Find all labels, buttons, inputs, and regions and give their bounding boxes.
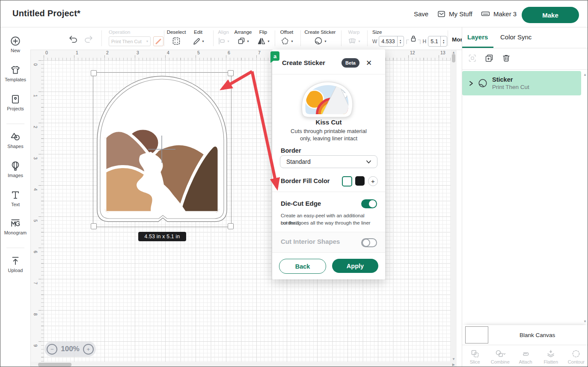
undo-button[interactable] [68,35,78,43]
flatten-button[interactable]: Flatten [538,345,564,367]
attach-button[interactable]: Attach [513,345,538,367]
plus-icon: + [371,178,375,185]
print-color-swatch[interactable] [153,36,163,46]
sidebar-item-images[interactable]: Images [0,160,30,178]
flip-label: Flip [256,30,270,35]
height-input[interactable]: 5.1 ▴ ▾ [428,36,447,47]
dialog-divider [272,252,385,253]
selection-handle-bottom-left[interactable] [91,223,97,229]
edit-button[interactable]: Edit ▾ [190,30,207,46]
layer-row-sticker[interactable]: Sticker Print Then Cut [462,71,581,95]
close-icon[interactable]: ✕ [365,58,373,68]
layer-actions-bar: Slice Combine Attach Flatten [462,345,588,367]
sidebar-item-new[interactable]: New [0,36,30,53]
border-fill-white-swatch[interactable] [342,176,352,186]
warp-icon [347,36,357,46]
border-fill-black-swatch[interactable] [355,176,365,186]
scroll-right-icon[interactable]: ▶ [452,363,455,367]
save-button[interactable]: Save [414,0,428,27]
selection-handle-top-left[interactable] [91,70,97,76]
scroll-down-icon[interactable]: ▼ [452,357,455,361]
h-ruler-number: 4 [167,50,169,55]
selection-handle-top-right[interactable] [228,70,234,76]
my-stuff-button[interactable]: My Stuff [437,0,472,27]
sidebar-item-shapes[interactable]: Shapes [0,131,30,149]
dialog-divider [272,192,385,192]
chevron-down-icon: ▾ [227,39,229,43]
layer-name: Sticker [492,76,529,83]
machine-select-button[interactable]: Maker 3 [481,0,517,27]
sidebar-item-text[interactable]: Text [0,189,30,207]
contour-button[interactable]: Contour [564,345,588,367]
design-canvas[interactable]: 012345678910111213 0123456789 [30,50,457,367]
flip-button[interactable]: Flip ▾ [256,30,270,46]
chevron-right-icon[interactable] [468,80,474,87]
monogram-icon [9,218,21,229]
operation-label: Operation [109,30,163,35]
duplicate-button[interactable] [484,53,494,63]
select-all-button[interactable] [468,53,477,63]
deselect-button[interactable]: Deselect [165,30,187,46]
horizontal-ruler: 012345678910111213 [44,50,451,61]
sidebar-item-upload[interactable]: Upload [0,255,30,273]
vertical-scrollbar[interactable]: ▲ ▼ [451,50,457,362]
make-button[interactable]: Make [522,7,579,23]
horizontal-scrollbar-thumb[interactable] [38,363,71,367]
stepper-down-icon[interactable]: ▾ [400,41,401,44]
size-lock-icon[interactable] [406,34,421,45]
selection-handle-bottom-right[interactable] [228,223,234,229]
sidebar-item-projects[interactable]: Projects [0,94,30,111]
redo-button[interactable] [83,35,94,43]
contour-icon [571,349,581,358]
zoom-control: − 100% + [45,341,96,357]
width-value: 4.533 [379,36,397,46]
v-ruler-number: 1 [33,93,38,98]
stepper-down-icon[interactable]: ▾ [443,41,444,44]
align-button[interactable]: Align ▾ [214,30,232,46]
slice-icon [470,349,480,358]
die-cut-edge-toggle[interactable] [361,199,377,208]
create-sticker-button[interactable]: Create Sticker ▾ [303,30,337,46]
combine-button[interactable]: Combine [487,345,513,367]
back-button[interactable]: Back [279,259,326,274]
sidebar-item-monogram[interactable]: Monogram [0,218,30,235]
cut-interior-shapes-toggle[interactable] [361,238,377,247]
apply-button[interactable]: Apply [332,259,378,273]
selection-box[interactable] [93,72,232,227]
sidebar-item-label: New [0,48,30,53]
horizontal-scrollbar[interactable]: ▶ [30,362,457,367]
minus-icon: − [50,346,54,352]
layers-scroll-down-icon[interactable]: ▼ [583,320,587,323]
tab-color-sync[interactable]: Color Sync [500,33,532,41]
add-color-button[interactable]: + [368,176,378,186]
operation-dropdown[interactable]: Print Then Cut ▾ [109,36,151,46]
trash-icon [502,53,511,63]
sidebar-item-templates[interactable]: Templates [0,65,30,82]
width-stepper[interactable]: ▴ ▾ [397,36,404,46]
blank-canvas-row[interactable]: Blank Canvas [462,325,588,345]
vertical-scrollbar-thumb[interactable] [452,54,455,62]
attach-icon [521,349,530,358]
slice-button[interactable]: Slice [462,345,487,367]
arrange-button[interactable]: Arrange ▾ [232,30,254,46]
border-dropdown[interactable]: Standard [280,155,377,168]
zoom-out-button[interactable]: − [47,344,57,355]
layers-panel: Layers Color Sync [462,27,588,367]
layers-scroll-up-icon[interactable]: ▲ [583,73,587,77]
chevron-down-icon: ▾ [267,39,269,43]
delete-layer-button[interactable] [502,53,511,63]
offset-button[interactable]: Offset ▾ [277,30,297,46]
chevron-down-icon: ▾ [291,39,293,43]
width-label: W [372,38,377,44]
width-input[interactable]: 4.533 ▴ ▾ [379,36,404,47]
height-stepper[interactable]: ▴ ▾ [440,36,447,46]
zoom-in-button[interactable]: + [83,344,94,355]
warp-button[interactable]: Warp ▾ [344,30,363,46]
panel-divider [462,69,588,70]
blank-canvas-swatch[interactable] [465,326,488,343]
dialog-divider [272,74,385,74]
tab-layers[interactable]: Layers [467,33,488,41]
deselect-label: Deselect [165,30,187,35]
chevron-down-icon: ▾ [247,39,249,43]
deselect-icon [172,36,181,46]
